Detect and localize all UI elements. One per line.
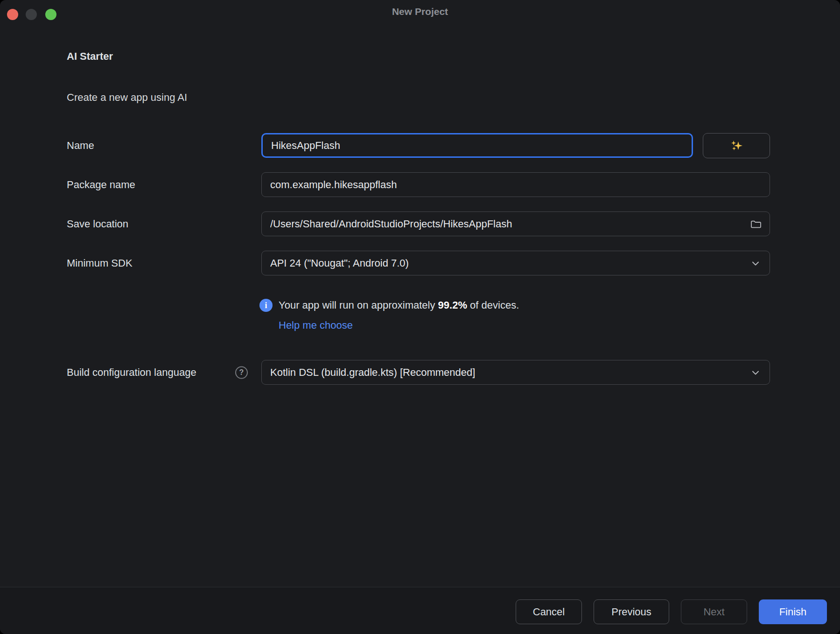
- name-row: Name: [0, 133, 840, 158]
- minimum-sdk-value: API 24 ("Nougat"; Android 7.0): [270, 257, 750, 269]
- save-location-label: Save location: [67, 218, 128, 230]
- chevron-down-icon: [750, 258, 761, 269]
- sdk-info-text: Your app will run on approximately 99.2%…: [279, 299, 519, 311]
- build-config-row: Build configuration language ? Kotlin DS…: [0, 360, 840, 385]
- build-config-select[interactable]: Kotlin DSL (build.gradle.kts) [Recommend…: [261, 360, 770, 385]
- info-icon: i: [259, 299, 273, 312]
- device-percentage: 99.2%: [438, 299, 467, 311]
- name-label: Name: [67, 140, 94, 152]
- save-location-row: Save location: [0, 211, 840, 236]
- sparkle-icon: [728, 138, 744, 154]
- ai-generate-button[interactable]: [703, 133, 770, 158]
- previous-button[interactable]: Previous: [594, 599, 669, 624]
- titlebar: New Project: [0, 0, 840, 24]
- finish-button[interactable]: Finish: [759, 599, 827, 624]
- browse-folder-icon[interactable]: [749, 218, 763, 231]
- build-config-label: Build configuration language: [67, 366, 196, 379]
- package-name-input[interactable]: [261, 172, 770, 197]
- cancel-button[interactable]: Cancel: [516, 599, 582, 624]
- new-project-dialog: New Project AI Starter Create a new app …: [0, 0, 840, 634]
- section-title: AI Starter: [67, 50, 113, 63]
- package-name-label: Package name: [67, 179, 135, 191]
- sdk-info-line: i Your app will run on approximately 99.…: [259, 299, 519, 312]
- minimum-sdk-select[interactable]: API 24 ("Nougat"; Android 7.0): [261, 251, 770, 275]
- save-location-input[interactable]: [261, 211, 770, 236]
- section-subtitle: Create a new app using AI: [67, 92, 187, 104]
- name-input[interactable]: [261, 133, 693, 158]
- window-title: New Project: [0, 6, 840, 17]
- build-config-value: Kotlin DSL (build.gradle.kts) [Recommend…: [270, 366, 750, 379]
- next-button: Next: [681, 599, 747, 624]
- minimum-sdk-row: Minimum SDK API 24 ("Nougat"; Android 7.…: [0, 251, 840, 275]
- help-question-icon[interactable]: ?: [235, 366, 248, 379]
- minimum-sdk-label: Minimum SDK: [67, 257, 133, 269]
- chevron-down-icon: [750, 367, 761, 378]
- footer-bar: Cancel Previous Next Finish: [0, 587, 840, 634]
- package-name-row: Package name: [0, 172, 840, 197]
- help-me-choose-link[interactable]: Help me choose: [279, 319, 353, 331]
